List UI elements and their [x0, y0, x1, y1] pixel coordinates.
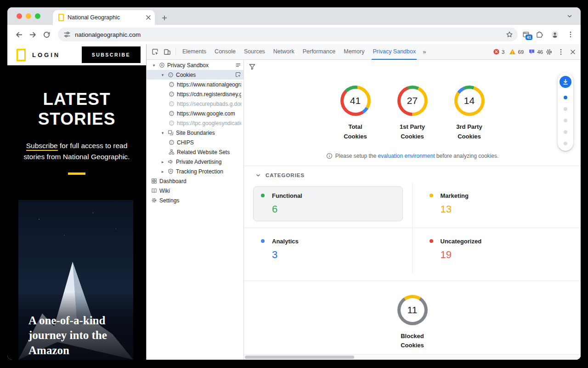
bookmark-star-icon[interactable]: [506, 31, 513, 38]
chevron-right-icon[interactable]: ▸: [160, 160, 165, 164]
side-nav-dot[interactable]: [564, 142, 567, 145]
devtools-menu-button[interactable]: [555, 46, 567, 58]
chevron-down-icon: [255, 172, 261, 178]
chevron-down-icon[interactable]: ▾: [160, 73, 165, 77]
cookie-extension-button[interactable]: 41: [522, 31, 530, 38]
extensions-menu-icon[interactable]: [536, 31, 543, 38]
category-card-header: Analytics: [261, 238, 395, 245]
tree-item-privacy-sandbox[interactable]: ▾Privacy Sandbox: [147, 60, 243, 70]
new-tab-button[interactable]: [161, 14, 168, 22]
tree-item-site-boundaries[interactable]: ▾Site Boundaries: [147, 128, 243, 138]
horizontal-scrollbar[interactable]: [244, 354, 581, 360]
category-card-header: Functional: [261, 192, 395, 199]
back-button[interactable]: [12, 28, 26, 41]
devtools-tab-elements[interactable]: Elements: [178, 44, 210, 60]
subscribe-button[interactable]: SUBSCRIBE: [82, 46, 141, 63]
browser-menu-icon[interactable]: [567, 31, 574, 38]
tree-item-cookies[interactable]: ▾Cookies: [147, 70, 243, 80]
reload-button[interactable]: [40, 28, 53, 41]
side-nav-dot[interactable]: [564, 130, 567, 134]
devtools-settings-button[interactable]: [543, 46, 555, 58]
tree-item-settings[interactable]: Settings: [147, 196, 243, 205]
tab-search-button[interactable]: [566, 12, 573, 20]
category-card-functional[interactable]: Functional6: [253, 186, 403, 221]
panel-list-icon[interactable]: [235, 62, 241, 68]
tree-item-related-website-sets[interactable]: Related Website Sets: [147, 147, 243, 157]
donut-3rd-party-cookies: 143rd PartyCookies: [444, 86, 495, 142]
address-bar[interactable]: nationalgeographic.com: [58, 28, 518, 41]
device-toolbar-button[interactable]: [161, 46, 173, 58]
categories-header[interactable]: CATEGORIES: [244, 166, 581, 183]
console-errors-badge[interactable]: 3: [493, 48, 504, 55]
more-tabs-button[interactable]: »: [420, 48, 429, 55]
scrollbar-thumb[interactable]: [245, 356, 354, 359]
chevron-right-icon[interactable]: ▸: [160, 169, 165, 174]
inspect-element-button[interactable]: [149, 46, 161, 58]
devtools-close-button[interactable]: [567, 46, 579, 58]
privacy-sandbox-icon: [159, 62, 165, 68]
close-window-button[interactable]: [17, 13, 22, 19]
tree-item-private-advertising[interactable]: ▸Private Advertising: [147, 157, 243, 167]
tree-item-label: https://www.nationalgeographic.com: [177, 81, 241, 88]
tracking-protection-icon: [168, 168, 174, 174]
evaluation-environment-link[interactable]: evaluation environment: [378, 153, 435, 159]
download-report-button[interactable]: [560, 76, 571, 88]
login-link[interactable]: LOGIN: [32, 52, 60, 58]
tree-item-https-www-google-com[interactable]: https://www.google.com: [147, 109, 243, 118]
tree-item-tracking-protection[interactable]: ▸Tracking Protection: [147, 167, 243, 176]
side-nav-dot[interactable]: [564, 107, 567, 111]
error-count: 3: [502, 49, 504, 55]
subscribe-link[interactable]: Subscribe: [26, 142, 58, 151]
site-preview: LOGIN SUBSCRIBE LATEST STORIES Subscribe…: [7, 44, 146, 360]
category-card-marketing[interactable]: Marketing13: [422, 186, 572, 221]
devtools-tab-performance[interactable]: Performance: [299, 44, 340, 60]
hero-story-card[interactable]: A one-of-a-kind journey into the Amazon: [18, 200, 133, 360]
tree-item-chips[interactable]: CHIPS: [147, 138, 243, 147]
tree-item-https-www-nationalgeographic-com[interactable]: https://www.nationalgeographic.com: [147, 80, 243, 89]
category-card-analytics[interactable]: Analytics3: [253, 232, 403, 267]
forward-button[interactable]: [26, 28, 40, 41]
related-sets-icon: [169, 149, 175, 155]
category-dot: [261, 239, 265, 243]
side-nav-dot[interactable]: [564, 119, 567, 122]
tree-item-dashboard[interactable]: Dashboard: [147, 176, 243, 186]
tree-item-https-securepubads-g-doubleclick-net[interactable]: https://securepubads.g.doubleclick.net: [147, 99, 243, 109]
natgeo-logo[interactable]: [17, 49, 26, 61]
chevron-down-icon[interactable]: ▾: [151, 63, 157, 68]
tree-item-https-tpc-googlesyndication-com[interactable]: https://tpc.googlesyndication.com: [147, 118, 243, 128]
browser-tab[interactable]: National Geographic: [53, 10, 155, 25]
tree-item-https-cdn-registerdisney-go-com[interactable]: https://cdn.registerdisney.go.com: [147, 89, 243, 99]
site-settings-icon[interactable]: [63, 31, 71, 38]
toolbar-right-cluster: 41: [522, 29, 574, 40]
side-nav-dot[interactable]: [564, 96, 567, 99]
devtools-tab-privacy-sandbox[interactable]: Privacy Sandbox: [368, 44, 420, 60]
devtools-tab-memory[interactable]: Memory: [339, 44, 368, 60]
category-cell-analytics: Analytics3: [244, 228, 413, 273]
url-text: nationalgeographic.com: [75, 31, 502, 38]
devtools-tab-console[interactable]: Console: [210, 44, 240, 60]
devtools-body: ▾Privacy Sandbox▾Cookieshttps://www.nati…: [147, 60, 581, 360]
warning-count: 69: [518, 49, 524, 55]
category-value: 19: [441, 249, 564, 261]
devtools-tab-sources[interactable]: Sources: [240, 44, 269, 60]
profile-avatar[interactable]: [549, 29, 561, 40]
tree-item-label: Dashboard: [159, 178, 241, 184]
category-cell-uncategorized: Uncategorized19: [413, 228, 581, 273]
devtools-tab-network[interactable]: Network: [269, 44, 299, 60]
tree-item-label: https://securepubads.g.doubleclick.net: [177, 101, 241, 107]
minimize-window-button[interactable]: [26, 13, 31, 19]
info-text: Please setup the evaluation environment …: [335, 153, 499, 159]
category-card-uncategorized[interactable]: Uncategorized19: [422, 232, 572, 267]
tree-item-label: Privacy Sandbox: [167, 62, 233, 69]
inspect-icon[interactable]: [235, 72, 241, 78]
tab-close-icon[interactable]: [145, 14, 151, 21]
zoom-window-button[interactable]: [35, 13, 40, 19]
tree-item-wiki[interactable]: Wiki: [147, 186, 243, 196]
console-warnings-badge[interactable]: 69: [509, 48, 524, 55]
ads-icon: [168, 159, 174, 165]
chevron-down-icon[interactable]: ▾: [160, 131, 165, 135]
hero-caption: A one-of-a-kind journey into the Amazon: [18, 292, 133, 360]
tree-item-label: Related Website Sets: [177, 149, 241, 155]
issues-badge[interactable]: 46: [528, 48, 543, 55]
filter-icon[interactable]: [249, 63, 256, 70]
